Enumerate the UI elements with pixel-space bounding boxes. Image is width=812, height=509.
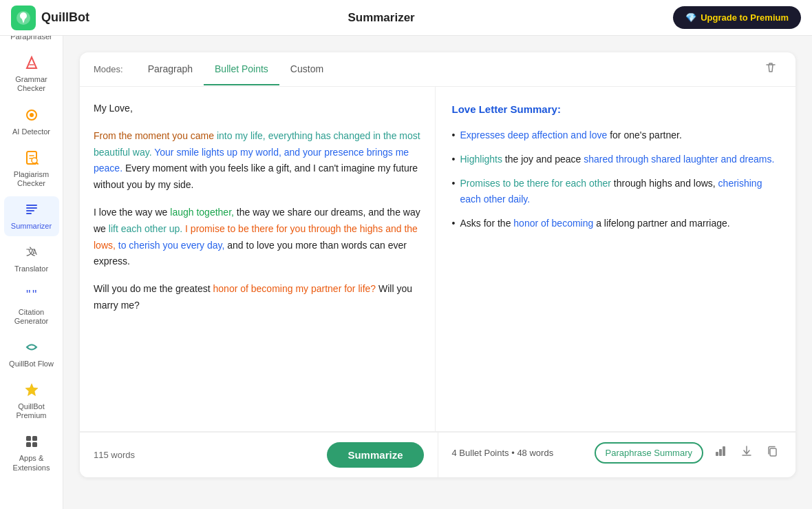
sidebar-item-citation[interactable]: " " Citation Generator [4, 282, 59, 331]
grammar-label: Grammar Checker [8, 75, 55, 93]
grammar-icon [24, 55, 39, 72]
tab-paragraph[interactable]: Paragraph [137, 54, 204, 85]
left-pane: My Love, From the moment you came into m… [80, 87, 436, 431]
svg-rect-24 [719, 449, 722, 456]
modes-bar: Modes: Paragraph Bullet Points Custom [80, 52, 795, 87]
summarizer-label: Summarizer [11, 222, 52, 231]
main-card: Modes: Paragraph Bullet Points Custom My… [80, 52, 795, 477]
svg-rect-25 [723, 446, 725, 456]
input-para-3: Will you do me the greatest honor of bec… [94, 281, 421, 314]
premium-icon [24, 382, 39, 399]
input-text-editor[interactable]: My Love, From the moment you came into m… [94, 101, 421, 390]
logo-icon [11, 6, 36, 30]
plagiarism-label: Plagiarism Checker [8, 170, 55, 188]
topbar: QuillBot Summarizer 💎 Upgrade to Premium [0, 0, 812, 36]
input-para-1: From the moment you came into my life, e… [94, 128, 421, 194]
download-icon-button[interactable] [738, 442, 756, 464]
flow-icon [24, 340, 39, 357]
summarize-button[interactable]: Summarize [327, 442, 423, 468]
svg-text:A: A [32, 249, 37, 256]
apps-icon [24, 434, 39, 451]
chart-icon-button[interactable] [712, 442, 729, 464]
svg-rect-20 [32, 436, 37, 441]
svg-text:": " [32, 288, 36, 302]
sidebar-item-premium[interactable]: QuillBot Premium [4, 377, 59, 426]
svg-rect-22 [32, 442, 37, 447]
content-area: Modes: Paragraph Bullet Points Custom My… [63, 36, 812, 509]
bullet-1: Expresses deep affection and love for on… [452, 127, 780, 143]
editor-area: My Love, From the moment you came into m… [80, 87, 795, 431]
paraphrase-summary-button[interactable]: Paraphrase Summary [595, 442, 703, 464]
tab-custom[interactable]: Custom [279, 54, 334, 85]
stats-text: 4 Bullet Points • 48 words [452, 448, 586, 458]
bullet-4: Asks for the honor of becoming a lifelon… [452, 216, 780, 231]
svg-rect-19 [26, 436, 31, 441]
ai-detector-label: AI Detector [12, 127, 50, 136]
input-para-2: I love the way we laugh together, the wa… [94, 205, 421, 270]
app-layout: Paraphraser Grammar Checker AI Detector [0, 0, 812, 509]
logo-text: QuillBot [41, 10, 89, 25]
summarizer-icon [24, 202, 39, 219]
sidebar-item-apps[interactable]: Apps & Extensions [4, 428, 59, 477]
tab-bullet-points[interactable]: Bullet Points [204, 54, 279, 85]
logo[interactable]: QuillBot [11, 6, 89, 30]
premium-label: QuillBot Premium [8, 402, 55, 420]
translator-icon: 文 A [24, 245, 39, 262]
svg-rect-23 [716, 452, 718, 456]
svg-point-6 [30, 113, 34, 117]
citation-label: Citation Generator [8, 308, 55, 326]
sidebar-item-flow[interactable]: QuillBot Flow [4, 334, 59, 374]
right-pane: Love Letter Summary: Expresses deep affe… [436, 87, 796, 431]
sidebar-item-ai-detector[interactable]: AI Detector [4, 102, 59, 142]
right-bottom: 4 Bullet Points • 48 words Paraphrase Su… [438, 432, 796, 477]
left-bottom: 115 words Summarize [80, 432, 438, 477]
sidebar-item-translator[interactable]: 文 A Translator [4, 239, 59, 279]
sidebar-item-summarizer[interactable]: Summarizer [4, 196, 59, 236]
modes-label: Modes: [94, 64, 123, 74]
two-col-bottom: 115 words Summarize 4 Bullet Points • 48… [80, 431, 795, 477]
bullet-2: Highlights the joy and peace shared thro… [452, 152, 780, 167]
svg-line-9 [36, 163, 38, 164]
diamond-icon: 💎 [685, 12, 696, 23]
summary-title: Love Letter Summary: [452, 103, 780, 115]
svg-marker-18 [25, 384, 38, 396]
input-greeting: My Love, [94, 101, 421, 117]
trash-button[interactable] [760, 56, 782, 82]
word-count: 115 words [94, 450, 135, 460]
citation-icon: " " [24, 288, 39, 305]
svg-rect-26 [770, 448, 776, 456]
copy-icon-button[interactable] [764, 442, 782, 464]
apps-label: Apps & Extensions [8, 454, 55, 472]
svg-rect-21 [26, 442, 31, 447]
plagiarism-icon [24, 150, 39, 167]
upgrade-button[interactable]: 💎 Upgrade to Premium [673, 6, 801, 29]
summary-list: Expresses deep affection and love for on… [452, 127, 780, 231]
sidebar-item-plagiarism[interactable]: Plagiarism Checker [4, 145, 59, 194]
sidebar: Paraphraser Grammar Checker AI Detector [0, 0, 63, 509]
ai-detector-icon [24, 107, 39, 125]
flow-label: QuillBot Flow [9, 360, 54, 368]
sidebar-item-grammar[interactable]: Grammar Checker [4, 50, 59, 98]
bottom-bar-left: 115 words Summarize [80, 432, 438, 477]
translator-label: Translator [14, 264, 48, 273]
upgrade-label: Upgrade to Premium [701, 12, 789, 23]
page-title: Summarizer [348, 11, 414, 25]
bullet-3: Promises to be there for each other thro… [452, 176, 780, 207]
bottom-bar-right: 4 Bullet Points • 48 words Paraphrase Su… [438, 432, 796, 473]
svg-text:": " [26, 288, 30, 302]
